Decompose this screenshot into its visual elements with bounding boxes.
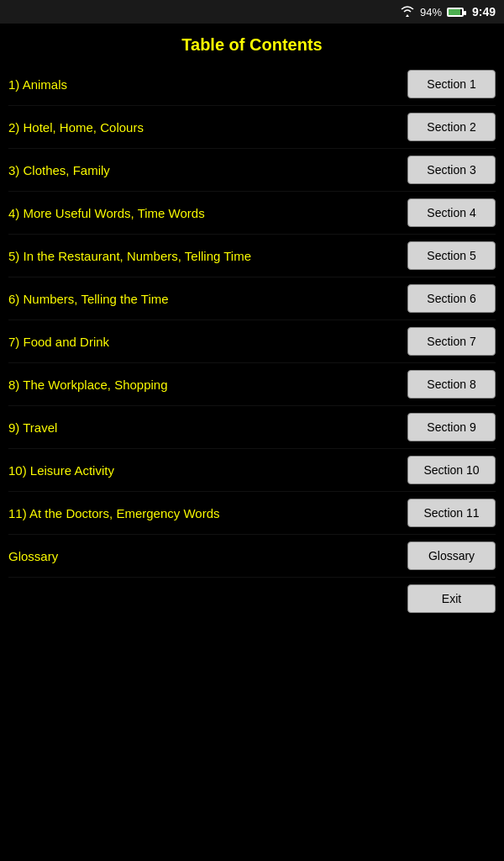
table-row: 7) Food and DrinkSection 7 [8, 320, 496, 363]
table-row: 11) At the Doctors, Emergency WordsSecti… [8, 492, 496, 535]
table-row: 6) Numbers, Telling the TimeSection 6 [8, 277, 496, 320]
battery-icon [447, 8, 464, 17]
table-row: 10) Leisure ActivitySection 10 [8, 449, 496, 492]
section-button-6[interactable]: Section 6 [407, 284, 496, 313]
exit-button[interactable]: Exit [407, 584, 496, 613]
row-label-12: Glossary [8, 549, 407, 563]
row-label-4: 4) More Useful Words, Time Words [8, 206, 407, 220]
section-button-11[interactable]: Section 11 [407, 499, 496, 527]
table-row: 1) AnimalsSection 1 [8, 63, 496, 106]
table-row: 8) The Workplace, ShoppingSection 8 [8, 363, 496, 406]
table-row: GlossaryGlossary [8, 535, 496, 578]
wifi-icon [400, 5, 415, 19]
section-button-9[interactable]: Section 9 [407, 413, 496, 441]
row-label-7: 7) Food and Drink [8, 335, 407, 349]
section-button-1[interactable]: Section 1 [407, 70, 496, 98]
status-bar: 94% 9:49 [0, 0, 504, 24]
table-row: 3) Clothes, FamilySection 3 [8, 149, 496, 192]
section-button-10[interactable]: Section 10 [407, 456, 496, 484]
section-button-4[interactable]: Section 4 [407, 198, 496, 227]
row-label-9: 9) Travel [8, 420, 407, 435]
table-row: 5) In the Restaurant, Numbers, Telling T… [8, 235, 496, 277]
section-button-8[interactable]: Section 8 [407, 370, 496, 399]
time-display: 9:49 [472, 5, 496, 18]
table-row: 4) More Useful Words, Time WordsSection … [8, 192, 496, 235]
exit-row: Exit [8, 578, 496, 620]
page-title: Table of Contents [0, 24, 504, 63]
section-button-5[interactable]: Section 5 [407, 241, 496, 270]
toc-content: 1) AnimalsSection 12) Hotel, Home, Colou… [0, 63, 504, 620]
row-label-6: 6) Numbers, Telling the Time [8, 292, 407, 306]
row-label-5: 5) In the Restaurant, Numbers, Telling T… [8, 249, 407, 263]
row-label-11: 11) At the Doctors, Emergency Words [8, 506, 407, 520]
section-button-2[interactable]: Section 2 [407, 113, 496, 141]
row-label-10: 10) Leisure Activity [8, 463, 407, 478]
row-label-3: 3) Clothes, Family [8, 163, 407, 177]
row-label-2: 2) Hotel, Home, Colours [8, 120, 407, 135]
row-label-1: 1) Animals [8, 77, 407, 92]
table-row: 2) Hotel, Home, ColoursSection 2 [8, 106, 496, 149]
section-button-7[interactable]: Section 7 [407, 327, 496, 356]
section-button-12[interactable]: Glossary [407, 541, 496, 570]
row-label-8: 8) The Workplace, Shopping [8, 378, 407, 392]
table-row: 9) TravelSection 9 [8, 406, 496, 449]
battery-percent: 94% [420, 6, 442, 18]
section-button-3[interactable]: Section 3 [407, 156, 496, 184]
